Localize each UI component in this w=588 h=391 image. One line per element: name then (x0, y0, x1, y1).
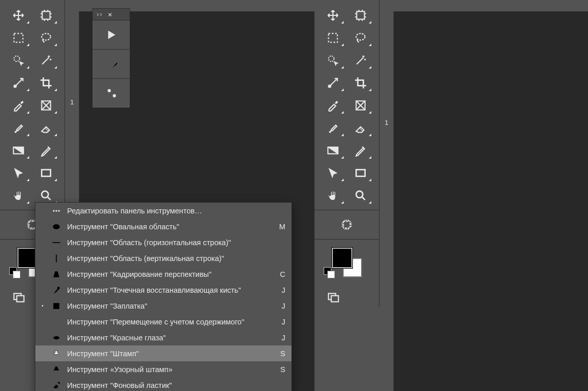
slice-tool[interactable] (319, 72, 347, 94)
marquee-tool[interactable] (319, 27, 347, 49)
crop-tool[interactable] (32, 72, 60, 94)
ruler-horizontal[interactable]: 1 (393, 0, 588, 12)
menu-item-label: Инструмент "Область (вертикальная строка… (67, 254, 268, 263)
adjustments-button[interactable] (93, 79, 130, 107)
actions-panel[interactable]: ›› × (92, 8, 130, 108)
menu-item-label: Инструмент "Красные глаза" (67, 334, 268, 342)
menu-item-label: Инструмент "Точечная восстанавливающая к… (67, 286, 268, 294)
menu-item[interactable]: Инструмент "Область (горизонтальная стро… (35, 234, 291, 250)
menu-item[interactable]: Инструмент "Кадрирование перспективы" C (35, 266, 291, 282)
menu-item-shortcut: C (273, 270, 285, 278)
brush-presets-button[interactable] (93, 50, 130, 79)
eyedropper-tool[interactable] (5, 94, 32, 117)
zoom-tool[interactable] (347, 184, 374, 207)
active-marker: • (39, 303, 46, 309)
redeye-icon (51, 333, 62, 343)
hand-tool[interactable] (5, 184, 32, 207)
pen-tool[interactable] (347, 139, 374, 162)
edit-toolbar-tool[interactable] (333, 213, 361, 236)
slice-tool[interactable] (5, 72, 32, 94)
ruler-vertical[interactable]: 1 (380, 11, 394, 391)
magic-wand-tool[interactable] (32, 49, 60, 72)
collapse-icon[interactable]: ›› (97, 11, 103, 18)
persp-icon (51, 269, 62, 279)
shape-tool[interactable] (32, 162, 60, 184)
menu-item-label: Инструмент "Фоновый ластик" (67, 381, 268, 389)
menu-item-label: Инструмент "Овальная область" (67, 223, 268, 231)
menu-item[interactable]: Инструмент "Фоновый ластик" (35, 377, 291, 391)
camove-icon (51, 317, 62, 327)
pen-tool[interactable] (32, 139, 60, 162)
menu-item[interactable]: Инструмент "Точечная восстанавливающая к… (35, 282, 291, 298)
fg-color-swatch[interactable] (332, 248, 352, 268)
gradient-tool[interactable] (5, 139, 32, 162)
menu-item[interactable]: • Инструмент "Заплатка" J (35, 298, 291, 314)
spotheal-icon (51, 285, 62, 295)
vrow-icon (51, 253, 62, 264)
menu-item[interactable]: Инструмент "Красные глаза" J (35, 330, 291, 345)
ruler-v-label: 1 (70, 98, 74, 106)
brush-tool[interactable] (319, 117, 347, 139)
menu-item-shortcut: S (273, 365, 285, 374)
menu-item-label: Инструмент "Область (горизонтальная стро… (67, 238, 268, 247)
move-tool[interactable] (5, 4, 32, 27)
ruler-origin[interactable] (380, 0, 394, 12)
menu-item[interactable]: Инструмент «Узорный штамп» S (35, 361, 291, 377)
menu-item-label: Инструмент "Кадрирование перспективы" (67, 270, 268, 278)
canvas-area[interactable]: 1 1 (380, 0, 588, 391)
menu-item-label: Инструмент «Узорный штамп» (67, 365, 268, 374)
bgeraser-icon (51, 380, 62, 390)
artboard-tool[interactable] (347, 4, 374, 27)
artboard-tool[interactable] (32, 4, 60, 27)
eyedropper-tool[interactable] (319, 94, 347, 117)
lasso-tool[interactable] (32, 27, 60, 49)
lasso-tool[interactable] (347, 27, 374, 49)
eraser-tool[interactable] (347, 117, 374, 139)
screen-mode-button[interactable] (324, 288, 343, 307)
frame-tool[interactable] (347, 94, 374, 117)
hand-tool[interactable] (319, 184, 347, 207)
dots-icon (51, 206, 62, 216)
menu-item-shortcut: J (273, 302, 285, 310)
frame-tool[interactable] (32, 94, 60, 117)
menu-item-shortcut: J (273, 286, 285, 294)
ellipse-icon (51, 222, 62, 232)
screen-mode-button[interactable] (9, 288, 29, 307)
close-icon[interactable]: × (108, 11, 112, 18)
menu-item[interactable]: Редактировать панель инструментов… (35, 203, 291, 219)
quick-select-tool[interactable] (319, 49, 347, 72)
shape-tool[interactable] (347, 162, 374, 184)
ruler-v-label: 1 (385, 119, 388, 126)
stamp-icon (51, 349, 62, 359)
menu-item-label: Инструмент "Заплатка" (67, 302, 268, 310)
tool-context-menu[interactable]: Редактировать панель инструментов… Инстр… (35, 202, 292, 391)
panel-header[interactable]: ›› × (93, 9, 130, 20)
path-select-tool[interactable] (5, 162, 32, 184)
gradient-tool[interactable] (319, 139, 347, 162)
brush-tool[interactable] (5, 117, 32, 139)
menu-item[interactable]: Инструмент "Овальная область" M (35, 219, 291, 234)
fg-bg-swatches[interactable] (314, 249, 379, 275)
menu-item-shortcut: J (273, 334, 285, 342)
menu-item[interactable]: Инструмент "Область (вертикальная строка… (35, 250, 291, 266)
ruler-origin[interactable] (65, 0, 79, 12)
menu-item[interactable]: Инструмент "Штамп" S (35, 345, 291, 361)
eraser-tool[interactable] (32, 117, 60, 139)
hrow-icon (51, 237, 62, 248)
play-button[interactable] (93, 20, 130, 50)
menu-item-label: Редактировать панель инструментов… (67, 207, 268, 215)
crop-tool[interactable] (347, 72, 374, 94)
quick-select-tool[interactable] (5, 49, 32, 72)
menu-item-shortcut: M (273, 223, 285, 231)
marquee-tool[interactable] (5, 27, 32, 49)
path-select-tool[interactable] (319, 162, 347, 184)
menu-item-shortcut: J (273, 318, 285, 326)
move-tool[interactable] (319, 4, 347, 27)
magic-wand-tool[interactable] (347, 49, 374, 72)
menu-item-label: Инструмент "Перемещение с учетом содержи… (67, 318, 268, 326)
patch-icon (51, 301, 62, 311)
menu-item-shortcut: S (273, 350, 285, 358)
patstamp-icon (51, 364, 62, 375)
menu-item-label: Инструмент "Штамп" (67, 350, 268, 358)
menu-item[interactable]: Инструмент "Перемещение с учетом содержи… (35, 314, 291, 330)
